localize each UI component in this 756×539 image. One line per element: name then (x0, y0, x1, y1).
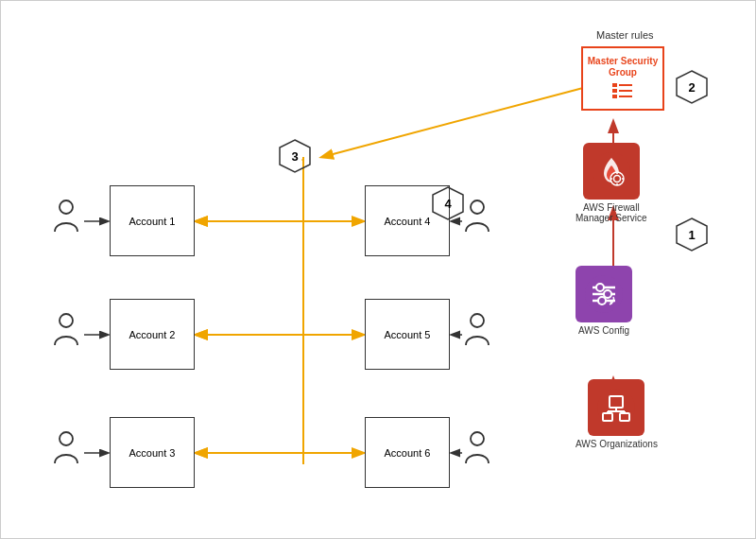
aws-firewall-manager: AWS FirewallManager Service (576, 143, 647, 223)
svg-point-22 (60, 314, 73, 327)
account-6-label: Account 6 (385, 447, 431, 459)
aws-config: AWS Config (576, 266, 632, 336)
hexagon-1: 1 (674, 217, 710, 252)
svg-rect-37 (619, 96, 632, 97)
account-5-box: Account 5 (365, 299, 450, 370)
firewall-manager-icon (583, 143, 640, 200)
svg-rect-33 (619, 84, 632, 86)
master-sg-box: Master SecurityGroup (581, 46, 664, 111)
svg-rect-36 (612, 95, 617, 98)
hexagon-4: 4 (430, 185, 466, 221)
account-4-label: Account 4 (385, 216, 431, 227)
hexagon-2: 2 (674, 69, 710, 105)
account-1-label: Account 1 (129, 216, 176, 227)
hexagon-4-label: 4 (444, 197, 451, 211)
account-3-box: Account 3 (110, 417, 195, 488)
account-2-box: Account 2 (110, 299, 195, 370)
master-rules-label: Master rules (596, 29, 654, 41)
hexagon-2-label: 2 (688, 80, 695, 95)
aws-organizations: AWS Organizations (576, 379, 658, 449)
hexagon-1-label: 1 (688, 228, 695, 242)
person-icon-2 (53, 313, 79, 352)
account-3-label: Account 3 (129, 447, 176, 459)
person-icon-5 (464, 313, 490, 352)
svg-line-20 (322, 88, 583, 157)
hexagon-3: 3 (277, 138, 313, 174)
svg-point-21 (60, 200, 73, 214)
svg-point-47 (596, 284, 604, 291)
svg-rect-34 (612, 89, 617, 93)
config-icon (576, 266, 632, 322)
svg-point-51 (598, 297, 606, 304)
svg-point-24 (471, 200, 484, 214)
svg-point-25 (471, 314, 484, 327)
master-sg-label: Master SecurityGroup (588, 56, 658, 78)
master-sg-icon (612, 82, 633, 102)
account-6-box: Account 6 (365, 417, 450, 488)
person-icon-6 (464, 431, 490, 470)
svg-point-26 (471, 432, 484, 445)
organizations-label: AWS Organizations (576, 439, 658, 449)
firewall-manager-label: AWS FirewallManager Service (576, 202, 647, 223)
person-icon-4 (464, 200, 490, 238)
account-1-box: Account 1 (110, 185, 195, 256)
organizations-icon (588, 379, 644, 436)
person-icon-1 (53, 200, 79, 238)
account-5-label: Account 5 (385, 329, 431, 340)
svg-point-39 (610, 172, 624, 185)
config-label: AWS Config (578, 325, 629, 336)
svg-point-23 (60, 432, 73, 445)
person-icon-3 (53, 431, 79, 470)
account-2-label: Account 2 (129, 329, 176, 340)
svg-rect-35 (619, 90, 632, 92)
svg-point-49 (604, 290, 611, 298)
hexagon-3-label: 3 (291, 149, 298, 164)
svg-rect-32 (612, 83, 617, 87)
